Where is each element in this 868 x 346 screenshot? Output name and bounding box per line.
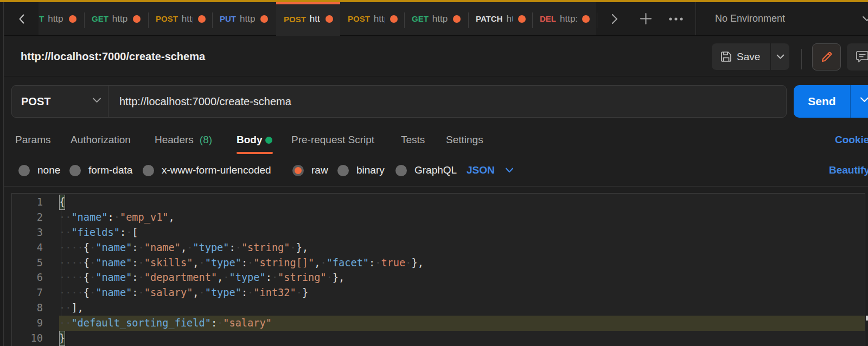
request-config-tab-settings[interactable]: Settings (446, 125, 483, 155)
comment-icon (856, 50, 868, 63)
code-token: : (132, 272, 138, 283)
request-tab-method: PUT (220, 14, 236, 23)
language-selector[interactable]: JSON (467, 155, 514, 185)
request-tab[interactable]: POST http (340, 2, 404, 35)
unsaved-dot-icon (198, 15, 206, 23)
request-config-tab-label: Settings (446, 134, 483, 146)
request-tab[interactable]: GET http (84, 2, 148, 35)
chevron-down-icon (862, 16, 868, 22)
line-number: 7 (12, 285, 43, 300)
request-config-tab-authorization[interactable]: Authorization (71, 125, 131, 155)
radio-icon (143, 165, 154, 176)
whitespace-dots: · (223, 272, 229, 283)
environment-selector[interactable]: No Environment (695, 2, 868, 35)
beautify-link[interactable]: Beautify (829, 155, 868, 185)
request-config-tab-body[interactable]: Body (237, 125, 272, 155)
line-number: 2 (12, 210, 43, 225)
request-tab[interactable]: PATCH ht (468, 2, 532, 35)
body-type-option-raw[interactable]: raw (292, 155, 328, 185)
request-config-tab-pre-request-script[interactable]: Pre-request Script (291, 125, 374, 155)
new-tab-button[interactable] (634, 2, 658, 35)
request-tab[interactable]: POST htt (276, 2, 340, 36)
request-body-editor[interactable]: 1 { 2 ··"name":·"emp_v1", 3 ··"fields":·… (11, 193, 865, 346)
save-button[interactable]: Save (712, 43, 770, 70)
tab-overflow-button[interactable] (603, 2, 627, 35)
active-tab-underline (237, 152, 273, 154)
line-number: 5 (12, 255, 43, 271)
line-number: 3 (12, 225, 43, 240)
line-number: 9 (12, 316, 43, 331)
code-token: : (132, 242, 138, 253)
url-input[interactable]: http://localhost:7000/create-schema (108, 86, 786, 117)
code-line: 1 { (12, 195, 865, 210)
request-config-tab-tests[interactable]: Tests (401, 125, 425, 155)
unsaved-dot-icon (260, 15, 268, 23)
tab-separator (212, 12, 213, 28)
whitespace-dots: ···· (59, 272, 84, 283)
code-token: "name" (95, 242, 132, 253)
left-rail (0, 2, 4, 346)
request-config-tab-label: Headers (155, 134, 194, 146)
code-token: }, (333, 272, 344, 283)
whitespace-dots: · (90, 242, 95, 253)
code-token: "name" (71, 212, 107, 223)
cookies-link[interactable]: Cookies (835, 125, 868, 155)
code-token: , (314, 257, 320, 268)
request-config-tab-headers[interactable]: Headers (8) (155, 125, 212, 155)
request-tab-title: http (374, 14, 385, 24)
body-type-option-graphql[interactable]: GraphQL (395, 155, 457, 185)
whitespace-dots: · (199, 287, 205, 298)
request-title: http://localhost:7000/create-schema (21, 50, 205, 63)
editor-scroll-marker (866, 316, 868, 321)
send-button-label: Send (794, 85, 850, 118)
whitespace-dots: · (187, 242, 193, 253)
body-type-option-none[interactable]: none (18, 155, 60, 185)
whitespace-dots: · (247, 287, 253, 298)
line-number: 8 (12, 300, 43, 316)
request-config-tab-label: Pre-request Script (291, 134, 374, 146)
request-tab[interactable]: PUT http (212, 2, 276, 35)
save-options-button[interactable] (771, 43, 789, 70)
body-type-option-binary[interactable]: binary (337, 155, 385, 185)
method-selector[interactable]: POST (12, 86, 108, 117)
chevron-down-icon (505, 168, 514, 173)
send-button[interactable]: Send (794, 85, 868, 118)
code-token: : (108, 212, 114, 223)
code-token: "salary" (144, 287, 193, 298)
code-token: , (193, 287, 199, 298)
unsaved-dot-icon (453, 15, 461, 23)
request-tab-title: htt (310, 14, 320, 24)
tab-options-button[interactable] (664, 2, 688, 35)
tab-separator (84, 12, 85, 28)
code-line: 8 ··], (12, 300, 865, 316)
method-url-field: POST http://localhost:7000/create-schema (11, 85, 787, 118)
line-content: ····{·"name":·"name",·"type":·"string"·}… (59, 240, 865, 255)
unsaved-dot-icon (582, 15, 590, 23)
whitespace-dots: · (327, 272, 333, 283)
code-line: 7 ····{·"name":·"salary",·"type":·"int32… (12, 285, 865, 300)
body-type-option-form-data[interactable]: form-data (69, 155, 132, 185)
body-type-option-x-www-form-urlencoded[interactable]: x-www-form-urlencoded (143, 155, 271, 185)
request-tab[interactable]: DEL http: (532, 2, 596, 35)
request-tab[interactable]: T http (39, 2, 84, 35)
request-tab[interactable]: POST http (148, 2, 212, 35)
code-token: : (266, 272, 272, 283)
request-config-tab-label: Tests (401, 134, 425, 146)
code-token: "string" (241, 242, 290, 253)
comments-button[interactable] (847, 43, 868, 71)
code-token: : (132, 287, 138, 298)
code-token: true (381, 257, 405, 268)
code-token: "emp_v1" (120, 212, 169, 223)
body-type-label: raw (311, 164, 328, 176)
method-value: POST (21, 95, 50, 108)
code-token: , (193, 257, 199, 268)
request-config-tab-params[interactable]: Params (15, 125, 50, 155)
edit-documentation-button[interactable] (812, 43, 841, 71)
radio-icon (69, 165, 81, 176)
request-tab[interactable]: GET http (404, 2, 468, 35)
radio-icon (292, 165, 304, 176)
tabs-back-button[interactable] (4, 2, 39, 35)
whitespace-dots: ·· (59, 317, 71, 329)
line-number: 4 (12, 240, 43, 255)
line-content: ····{·"name":·"skills",·"type":·"string[… (59, 255, 865, 271)
